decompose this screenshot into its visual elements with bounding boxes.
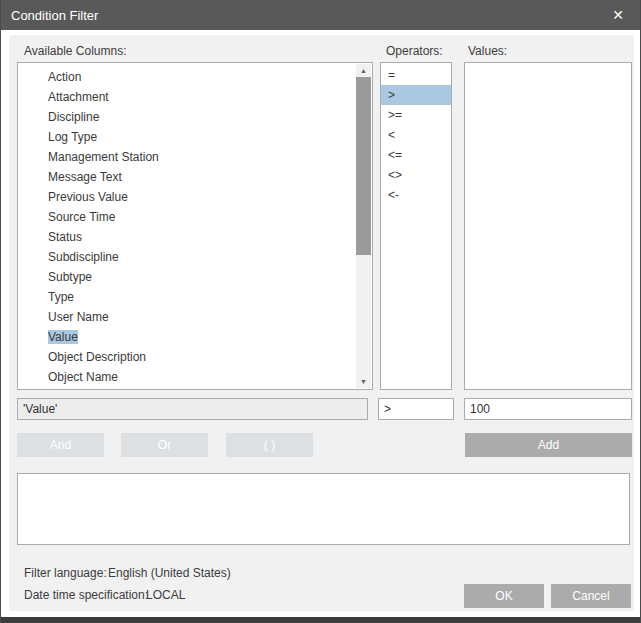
available-column-item-label: Source Time (48, 210, 115, 224)
operators-label: Operators: (386, 44, 443, 58)
available-column-item[interactable]: Message Text (18, 167, 356, 187)
available-column-item-label: Value (48, 330, 78, 344)
operator-item[interactable]: <> (381, 165, 451, 185)
available-column-item-label: Management Station (48, 150, 159, 164)
available-column-item[interactable]: Subdiscipline (18, 247, 356, 267)
filter-language-value: English (United States) (108, 566, 231, 580)
available-column-item[interactable]: Subtype (18, 267, 356, 287)
available-column-item-label: Message Text (48, 170, 122, 184)
available-column-item[interactable]: Source Time (18, 207, 356, 227)
available-column-item[interactable]: Object Description (18, 347, 356, 367)
available-column-item[interactable]: Discipline (18, 107, 356, 127)
available-column-item[interactable]: Attachment (18, 87, 356, 107)
available-column-item-label: Previous Value (48, 190, 128, 204)
available-column-item[interactable]: Object Name (18, 367, 356, 387)
available-column-item-label: Subtype (48, 270, 92, 284)
scroll-up-icon[interactable]: ▲ (356, 64, 371, 77)
available-column-item[interactable]: Action (18, 67, 356, 87)
add-button[interactable]: Add (465, 433, 632, 457)
window-bottom-edge (1, 617, 640, 623)
value-field[interactable] (464, 398, 632, 420)
available-column-item-label: Subdiscipline (48, 250, 119, 264)
available-column-item[interactable]: Management Station (18, 147, 356, 167)
ok-button[interactable]: OK (464, 584, 544, 608)
available-column-item[interactable]: User Name (18, 307, 356, 327)
operators-list[interactable]: =>>=<<=<><- (380, 62, 452, 390)
available-column-item[interactable]: Previous Value (18, 187, 356, 207)
scroll-down-icon[interactable]: ▼ (356, 375, 371, 388)
available-column-item-label: Object Description (48, 350, 146, 364)
parentheses-button[interactable]: ( ) (226, 433, 313, 457)
or-button[interactable]: Or (121, 433, 208, 457)
available-column-item[interactable]: Type (18, 287, 356, 307)
title-bar: Condition Filter ✕ (1, 0, 640, 30)
close-icon[interactable]: ✕ (596, 0, 640, 30)
filter-expression-area[interactable] (17, 473, 630, 545)
operator-item[interactable]: <- (381, 185, 451, 205)
available-column-item[interactable]: Value (18, 327, 356, 347)
available-columns-items: ActionAttachmentDisciplineLog TypeManage… (18, 67, 356, 387)
values-list[interactable] (464, 62, 632, 390)
available-columns-list[interactable]: ActionAttachmentDisciplineLog TypeManage… (17, 62, 373, 390)
available-column-item-label: Status (48, 230, 82, 244)
available-column-item-label: Attachment (48, 90, 109, 104)
column-field[interactable] (17, 398, 368, 420)
operator-item[interactable]: <= (381, 145, 451, 165)
available-column-item-label: User Name (48, 310, 109, 324)
date-time-specification-label: Date time specification: (24, 588, 148, 602)
values-label: Values: (468, 44, 507, 58)
dialog-title: Condition Filter (1, 8, 596, 23)
available-column-item-label: Log Type (48, 130, 97, 144)
operators-items: =>>=<<=<><- (381, 65, 451, 205)
operator-item[interactable]: > (381, 85, 451, 105)
cancel-button[interactable]: Cancel (551, 584, 631, 608)
operator-field[interactable] (378, 398, 454, 420)
available-column-item-label: Discipline (48, 110, 99, 124)
available-column-item-label: Type (48, 290, 74, 304)
date-time-specification-value: LOCAL (146, 588, 185, 602)
available-columns-label: Available Columns: (24, 44, 127, 58)
available-column-item-label: Action (48, 70, 81, 84)
dialog-content-panel: Available Columns: Operators: Values: Ac… (9, 35, 634, 611)
columns-scrollbar[interactable]: ▲ ▼ (356, 64, 371, 388)
operator-item[interactable]: = (381, 65, 451, 85)
operator-item[interactable]: < (381, 125, 451, 145)
available-column-item[interactable]: Log Type (18, 127, 356, 147)
available-column-item[interactable]: Status (18, 227, 356, 247)
condition-filter-dialog: Condition Filter ✕ Available Columns: Op… (0, 0, 641, 623)
filter-language-label: Filter language: (24, 566, 107, 580)
scrollbar-thumb[interactable] (356, 77, 371, 255)
available-column-item-label: Object Name (48, 370, 118, 384)
operator-item[interactable]: >= (381, 105, 451, 125)
and-button[interactable]: And (17, 433, 104, 457)
